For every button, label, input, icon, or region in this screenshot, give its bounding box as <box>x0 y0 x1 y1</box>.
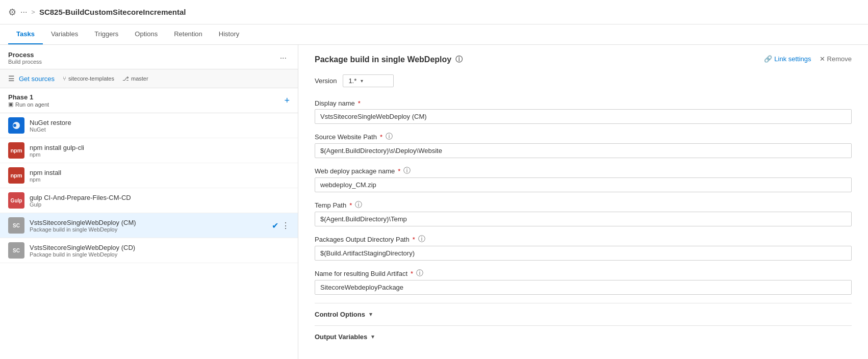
output-variables-header[interactable]: Output Variables ▾ <box>315 333 852 341</box>
label-text-temp-path: Temp Path <box>315 201 346 209</box>
task-icon-sc-cd: SC <box>8 242 24 259</box>
task-type-npm2: npm <box>30 176 290 183</box>
control-options-chevron-icon: ▾ <box>369 311 372 318</box>
form-label-display-name: Display name * <box>315 99 852 107</box>
task-type-npm1: npm <box>30 151 290 158</box>
process-subtitle: Build process <box>8 59 42 65</box>
task-info-sc-cd: VstsSitecoreSingleWebDeploy (CD) Package… <box>30 244 290 258</box>
get-sources-row: ☰ Get sources ⑂ sitecore-templates ⎇ mas… <box>0 69 298 88</box>
phase-subtitle: ▣ Run on agent <box>8 101 49 108</box>
link-icon: 🔗 <box>764 55 772 63</box>
task-type-gulp: Gulp <box>30 201 290 208</box>
process-title: Process <box>8 51 42 59</box>
control-options-header[interactable]: Control Options ▾ <box>315 311 852 318</box>
repo-name: sitecore-templates <box>68 75 114 82</box>
branch-icon: ⎇ <box>122 75 129 82</box>
task-icon-npm2: npm <box>8 167 24 184</box>
right-title: Package build in single WebDeploy ⓘ <box>315 55 463 64</box>
tab-triggers[interactable]: Triggers <box>86 24 126 44</box>
form-group-web-deploy-package-name: Web deploy package name * ⓘ <box>315 166 852 192</box>
svg-point-1 <box>13 124 16 127</box>
form-label-packages-output-directory-path: Packages Output Directory Path * ⓘ <box>315 235 852 244</box>
web-deploy-package-name-info-icon[interactable]: ⓘ <box>403 166 411 175</box>
process-header: Process Build process ··· <box>0 45 298 69</box>
input-display-name[interactable] <box>315 109 852 124</box>
task-actions-sc-cm: ✔ ⋮ <box>272 221 290 230</box>
agent-icon: ▣ <box>8 101 13 108</box>
input-name-resulting-build-artifact[interactable] <box>315 280 852 295</box>
task-item-sc-cd[interactable]: SC VstsSitecoreSingleWebDeploy (CD) Pack… <box>0 238 298 263</box>
tab-variables[interactable]: Variables <box>43 24 86 44</box>
process-title-group: Process Build process <box>8 51 42 65</box>
task-item-nuget[interactable]: NuGet restore NuGet <box>0 113 298 138</box>
task-icon-npm1: npm <box>8 142 24 159</box>
tab-tasks[interactable]: Tasks <box>8 24 43 44</box>
form-label-source-website-path: Source Website Path * ⓘ <box>315 132 852 141</box>
source-website-path-info-icon[interactable]: ⓘ <box>386 132 393 141</box>
task-name-sc-cd: VstsSitecoreSingleWebDeploy (CD) <box>30 244 290 251</box>
task-name-gulp: gulp CI-And-Prepare-Files-CM-CD <box>30 194 290 201</box>
control-options-label: Control Options <box>315 311 365 318</box>
form-group-temp-path: Temp Path * ⓘ <box>315 200 852 226</box>
task-item-npm2[interactable]: npm npm install npm <box>0 163 298 188</box>
branch-name: master <box>131 75 148 82</box>
input-source-website-path[interactable] <box>315 143 852 158</box>
task-icon-gulp: Gulp <box>8 192 24 209</box>
remove-button[interactable]: ✕ Remove <box>820 55 852 63</box>
version-chevron-icon: ▾ <box>361 78 363 84</box>
temp-path-info-icon[interactable]: ⓘ <box>355 200 362 210</box>
task-info-nuget: NuGet restore NuGet <box>30 119 290 133</box>
list-icon: ☰ <box>8 74 15 83</box>
phase-header: Phase 1 ▣ Run on agent + <box>0 88 298 113</box>
link-settings-label: Link settings <box>774 55 811 63</box>
task-type-nuget: NuGet <box>30 126 290 133</box>
form-label-web-deploy-package-name: Web deploy package name * ⓘ <box>315 166 852 175</box>
task-icon-nuget <box>8 117 24 134</box>
version-row: Version 1.* ▾ <box>315 74 852 87</box>
output-variables-chevron-icon: ▾ <box>371 334 374 340</box>
task-name-npm2: npm install <box>30 169 290 176</box>
packages-output-directory-path-info-icon[interactable]: ⓘ <box>418 235 425 244</box>
input-web-deploy-package-name[interactable] <box>315 177 852 192</box>
top-bar: ⚙ ··· > SC825-BuildCustomSitecoreIncreme… <box>0 0 868 24</box>
page-title: SC825-BuildCustomSitecoreIncremental <box>39 8 186 16</box>
required-star-temp-path: * <box>349 201 352 209</box>
input-packages-output-directory-path[interactable] <box>315 246 852 261</box>
output-variables-section: Output Variables ▾ <box>315 325 852 348</box>
task-info-sc-cm: VstsSitecoreSingleWebDeploy (CM) Package… <box>30 219 267 233</box>
repo-icon: ⑂ <box>63 75 66 82</box>
task-type-sc-cm: Package build in single WebDeploy <box>30 226 267 233</box>
label-text-display-name: Display name <box>315 99 355 107</box>
main-layout: Process Build process ··· ☰ Get sources … <box>0 45 868 359</box>
title-info-icon[interactable]: ⓘ <box>455 55 463 64</box>
name-resulting-build-artifact-info-icon[interactable]: ⓘ <box>416 269 423 278</box>
tab-history[interactable]: History <box>211 24 247 44</box>
task-name-sc-cm: VstsSitecoreSingleWebDeploy (CM) <box>30 219 267 226</box>
tab-retention[interactable]: Retention <box>166 24 211 44</box>
task-item-gulp[interactable]: Gulp gulp CI-And-Prepare-Files-CM-CD Gul… <box>0 188 298 213</box>
breadcrumb-ellipsis[interactable]: ··· <box>20 8 27 17</box>
form-label-temp-path: Temp Path * ⓘ <box>315 200 852 210</box>
phase-add-button[interactable]: + <box>284 95 290 106</box>
remove-label: Remove <box>827 55 852 63</box>
version-select[interactable]: 1.* ▾ <box>343 74 394 87</box>
process-ellipsis-button[interactable]: ··· <box>277 53 290 64</box>
app-icon: ⚙ <box>8 7 16 18</box>
link-settings-button[interactable]: 🔗 Link settings <box>764 55 811 63</box>
remove-x-icon: ✕ <box>820 55 825 63</box>
right-title-text: Package build in single WebDeploy <box>315 55 451 64</box>
required-star-packages-output-directory-path: * <box>413 236 415 243</box>
label-text-source-website-path: Source Website Path <box>315 133 377 141</box>
phase-subtitle-text: Run on agent <box>15 101 49 108</box>
tab-options[interactable]: Options <box>126 24 166 44</box>
task-dots-button[interactable]: ⋮ <box>282 221 290 230</box>
task-item-sc-cm[interactable]: SC VstsSitecoreSingleWebDeploy (CM) Pack… <box>0 213 298 238</box>
left-panel: Process Build process ··· ☰ Get sources … <box>0 45 298 359</box>
form-label-name-resulting-build-artifact: Name for resulting Build Artifact * ⓘ <box>315 269 852 278</box>
input-temp-path[interactable] <box>315 212 852 226</box>
right-header: Package build in single WebDeploy ⓘ 🔗 Li… <box>315 55 852 64</box>
breadcrumb-separator: > <box>31 8 35 16</box>
task-item-npm1[interactable]: npm npm install gulp-cli npm <box>0 138 298 163</box>
get-sources-link[interactable]: Get sources <box>19 75 55 83</box>
control-options-section: Control Options ▾ <box>315 303 852 325</box>
